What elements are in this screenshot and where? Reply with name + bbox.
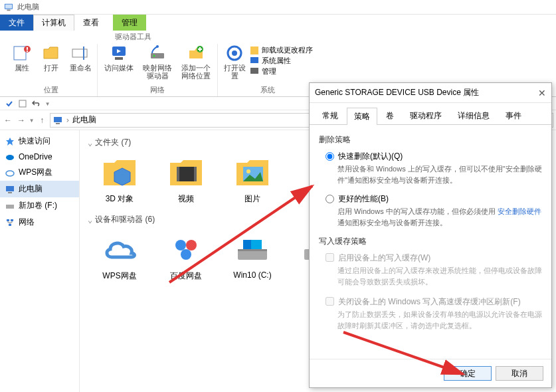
svg-point-42 <box>181 249 191 260</box>
svg-rect-12 <box>151 53 164 58</box>
svg-point-41 <box>186 240 197 250</box>
svg-rect-17 <box>198 49 202 50</box>
quick-removal-desc: 禁用设备和 Windows 上的写入缓存，但可以不使用"安全删除硬件"通知图标安… <box>337 163 542 185</box>
tab-details[interactable]: 详细信息 <box>450 107 497 124</box>
tab-general[interactable]: 常规 <box>315 107 345 124</box>
sidebar-quick-access[interactable]: 快速访问 <box>0 133 79 149</box>
folder-videos[interactable]: 视频 <box>162 153 210 205</box>
tab-manage[interactable]: 管理 <box>113 15 146 31</box>
svg-rect-1 <box>5 4 13 8</box>
cancel-button[interactable]: 取消 <box>496 366 543 381</box>
ribbon-sysprops[interactable]: 系统属性 <box>250 56 313 66</box>
svg-marker-26 <box>6 138 14 146</box>
sidebar: 快速访问 OneDrive WPS网盘 此电脑 新加卷 (F:) 网络 <box>0 130 80 392</box>
svg-rect-31 <box>6 205 14 209</box>
check-icon[interactable] <box>5 100 13 108</box>
svg-rect-36 <box>177 167 179 181</box>
pc-icon <box>53 116 62 125</box>
svg-rect-35 <box>177 167 197 181</box>
svg-rect-24 <box>54 117 62 122</box>
checkbox-disable-flush-input <box>325 297 334 306</box>
sidebar-volume-f[interactable]: 新加卷 (F:) <box>0 197 79 214</box>
undo-icon[interactable] <box>32 100 40 108</box>
svg-rect-11 <box>115 57 123 60</box>
ribbon-access-media[interactable]: 访问媒体 <box>102 44 136 80</box>
dialog-titlebar[interactable]: Generic STORAGE DEVICE USB Device 属性 ✕ <box>310 83 551 103</box>
checkbox-disable-flush[interactable]: 关闭设备上的 Windows 写入高速缓存缓冲区刷新(F) <box>325 296 542 308</box>
svg-rect-23 <box>19 100 26 107</box>
svg-rect-5 <box>27 47 28 50</box>
nav-up[interactable]: ↑ <box>37 115 47 126</box>
baidu-icon <box>167 231 205 268</box>
nav-forward[interactable]: → <box>16 115 27 126</box>
window-titlebar: 此电脑 <box>0 0 556 15</box>
sidebar-onedrive[interactable]: OneDrive <box>0 149 79 164</box>
ribbon-group-location: 属性 打开 重命名 位置 <box>5 44 98 96</box>
ribbon-map-drive[interactable]: 映射网络驱动器 <box>140 44 175 80</box>
folder-icon <box>234 153 271 191</box>
tab-drive-tools[interactable]: 驱动器工具 <box>106 31 160 43</box>
disable-flush-desc: 为了防止数据丢失，如果设备没有单独的电源以允许设备在电源故障时刷新其缓冲区，请勿… <box>337 309 542 331</box>
tab-computer[interactable]: 计算机 <box>33 15 74 31</box>
safe-remove-link[interactable]: 安全删除硬件 <box>498 207 541 215</box>
drive-icon <box>234 231 271 268</box>
nav-back[interactable]: ← <box>3 115 13 126</box>
network-icon <box>5 218 15 227</box>
dialog-buttons: 确定 取消 <box>310 359 551 387</box>
cloud-icon <box>5 152 15 161</box>
ribbon-settings[interactable]: 打开设置 <box>222 44 247 80</box>
tab-driver[interactable]: 驱动程序 <box>403 107 449 124</box>
svg-rect-30 <box>8 192 12 193</box>
ribbon-uninstall[interactable]: 卸载或更改程序 <box>250 45 313 55</box>
star-icon <box>5 137 15 146</box>
checkbox-enable-cache[interactable]: 启用设备上的写入缓存(W) <box>325 252 542 264</box>
better-performance-desc: 启用 Windows 中的写入缓存功能，但你必须使用 安全删除硬件通知图标安全地… <box>337 206 542 228</box>
dialog-body: 删除策略 快速删除(默认)(Q) 禁用设备和 Windows 上的写入缓存，但可… <box>310 125 551 359</box>
tab-policy[interactable]: 策略 <box>347 108 377 125</box>
properties-dialog: Generic STORAGE DEVICE USB Device 属性 ✕ 常… <box>309 82 552 388</box>
cache-policy-header: 写入缓存策略 <box>319 236 542 247</box>
nav-history-dropdown[interactable]: ▾ <box>29 116 34 125</box>
tab-file[interactable]: 文件 <box>0 15 33 31</box>
svg-point-19 <box>232 50 237 56</box>
chevron-down-icon[interactable]: ▾ <box>45 99 50 108</box>
ok-button[interactable]: 确定 <box>444 366 492 381</box>
ribbon-properties[interactable]: 属性 <box>9 44 35 72</box>
cloud-icon <box>5 168 15 177</box>
tab-events[interactable]: 事件 <box>498 107 529 124</box>
ribbon-add-network[interactable]: 添加一个网络位置 <box>179 44 213 80</box>
ribbon-mgmt[interactable]: 管理 <box>250 66 313 76</box>
radio-better-performance-input[interactable] <box>325 195 334 203</box>
drive-baidu[interactable]: 百度网盘 <box>162 231 210 282</box>
radio-better-performance[interactable]: 更好的性能(B) <box>325 193 542 205</box>
square-icon[interactable] <box>19 100 27 108</box>
svg-point-14 <box>156 45 159 48</box>
address-text: 此电脑 <box>72 114 96 126</box>
cloud-icon <box>101 231 138 268</box>
svg-rect-34 <box>9 224 11 226</box>
close-icon[interactable]: ✕ <box>538 88 546 98</box>
sidebar-wps[interactable]: WPS网盘 <box>0 164 79 181</box>
dialog-title: Generic STORAGE DEVICE USB Device 属性 <box>315 87 479 98</box>
drive-wps[interactable]: WPS网盘 <box>96 231 143 282</box>
svg-rect-2 <box>7 9 10 11</box>
radio-quick-removal[interactable]: 快速删除(默认)(Q) <box>325 151 542 162</box>
tab-view[interactable]: 查看 <box>74 15 108 31</box>
radio-quick-removal-input[interactable] <box>325 152 334 161</box>
ribbon-rename[interactable]: 重命名 <box>68 44 93 72</box>
folder-icon <box>167 153 205 191</box>
checkbox-enable-cache-input <box>325 253 334 262</box>
folder-3d-objects[interactable]: 3D 对象 <box>96 153 143 205</box>
chevron-down-icon: ⌄ <box>88 138 92 147</box>
svg-rect-22 <box>250 68 258 74</box>
sidebar-network[interactable]: 网络 <box>0 214 79 231</box>
chevron-down-icon: ⌄ <box>88 215 92 225</box>
svg-point-28 <box>6 171 14 176</box>
ribbon-open[interactable]: 打开 <box>39 44 64 72</box>
folder-pictures[interactable]: 图片 <box>229 153 276 205</box>
sidebar-this-pc[interactable]: 此电脑 <box>0 181 79 197</box>
svg-rect-8 <box>83 47 84 60</box>
drive-c[interactable]: Win10 (C:) <box>229 231 276 282</box>
tab-volumes[interactable]: 卷 <box>379 107 401 124</box>
dialog-tabs: 常规 策略 卷 驱动程序 详细信息 事件 <box>310 103 551 125</box>
